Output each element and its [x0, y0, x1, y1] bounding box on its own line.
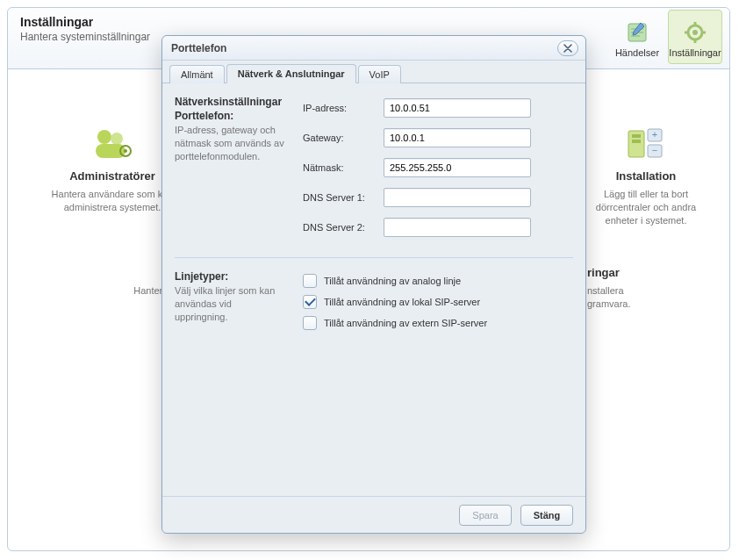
checkbox-local-sip-label: Tillåt användning av lokal SIP-server: [324, 297, 480, 307]
line-desc: Välj vilka linjer som kan användas vid u…: [175, 284, 287, 324]
svg-text:−: −: [652, 145, 657, 155]
card-right2-desc: nstallera gramvara.: [587, 284, 728, 311]
save-button[interactable]: Spara: [459, 505, 512, 526]
notepad-icon: [624, 19, 650, 46]
dns2-label: DNS Server 2:: [303, 222, 384, 233]
tab-natverk[interactable]: Nätverk & Anslutningar: [226, 64, 356, 83]
dns2-input[interactable]: [384, 218, 531, 237]
card-left2-desc-l1: Hantera in: [20, 284, 178, 298]
line-title: Linjetyper:: [175, 270, 287, 283]
svg-rect-16: [632, 134, 641, 138]
card-right2-title-frag: ringar: [587, 266, 728, 279]
netmask-input[interactable]: [384, 158, 531, 177]
net-title-l1: Nätverksinställningar: [175, 96, 287, 108]
gear-icon: [682, 19, 708, 46]
porttelefon-modal: Porttelefon Allmänt Nätverk & Anslutning…: [161, 35, 586, 534]
modal-titlebar[interactable]: Porttelefon: [162, 36, 585, 61]
tab-allmant[interactable]: Allmänt: [169, 65, 225, 83]
card-right2-desc-l1: nstallera: [587, 284, 728, 298]
gateway-input[interactable]: [384, 128, 531, 147]
dns1-label: DNS Server 1:: [303, 192, 384, 203]
card-left2-title-frag: K: [20, 266, 178, 279]
toolbar-item-handelser-label: Händelser: [615, 47, 659, 58]
card-right2-desc-l2: gramvara.: [587, 298, 728, 311]
card-left-partial[interactable]: K Hantera in oc: [20, 262, 178, 311]
card-left2-desc: Hantera in oc: [20, 284, 178, 311]
close-button[interactable]: Stäng: [520, 505, 573, 526]
ip-input[interactable]: [384, 98, 531, 118]
gateway-label: Gateway:: [303, 133, 384, 143]
tab-voip[interactable]: VoIP: [358, 65, 401, 83]
toolbar-item-handelser[interactable]: Händelser: [610, 10, 664, 64]
svg-text:+: +: [652, 129, 657, 140]
svg-point-10: [97, 130, 111, 144]
modal-footer: Spara Stäng: [162, 496, 585, 533]
checkbox-external-sip-label: Tillåt användning av extern SIP-server: [324, 318, 487, 328]
checkbox-external-sip[interactable]: [303, 316, 317, 330]
section-linetypes: Linjetyper: Välj vilka linjer som kan an…: [175, 270, 573, 346]
card-right-partial[interactable]: ringar nstallera gramvara.: [587, 262, 728, 311]
net-title-l2: Porttelefon:: [175, 110, 287, 122]
modal-body: Nätverksinställningar Porttelefon: IP-ad…: [162, 83, 585, 496]
checkbox-analog-label: Tillåt användning av analog linje: [324, 276, 461, 286]
netmask-label: Nätmask:: [303, 162, 384, 173]
svg-point-11: [111, 133, 123, 145]
svg-point-5: [692, 30, 698, 35]
close-icon[interactable]: [557, 40, 578, 56]
dns1-input[interactable]: [384, 188, 531, 207]
card-left2-desc-l2: oc: [20, 298, 178, 311]
toolbar-item-installningar[interactable]: Inställningar: [668, 10, 722, 64]
svg-rect-17: [632, 140, 641, 143]
net-desc: IP-adress, gateway och nätmask som använ…: [175, 124, 287, 163]
ip-label: IP-adress:: [303, 103, 384, 113]
tabstrip: Allmänt Nätverk & Anslutningar VoIP: [162, 61, 585, 83]
checkbox-local-sip[interactable]: [303, 295, 317, 309]
section-network: Nätverksinställningar Porttelefon: IP-ad…: [175, 96, 573, 258]
modal-title: Porttelefon: [171, 42, 226, 54]
checkbox-analog[interactable]: [303, 274, 317, 288]
svg-point-14: [124, 149, 127, 153]
toolbar-item-installningar-label: Inställningar: [669, 47, 721, 58]
